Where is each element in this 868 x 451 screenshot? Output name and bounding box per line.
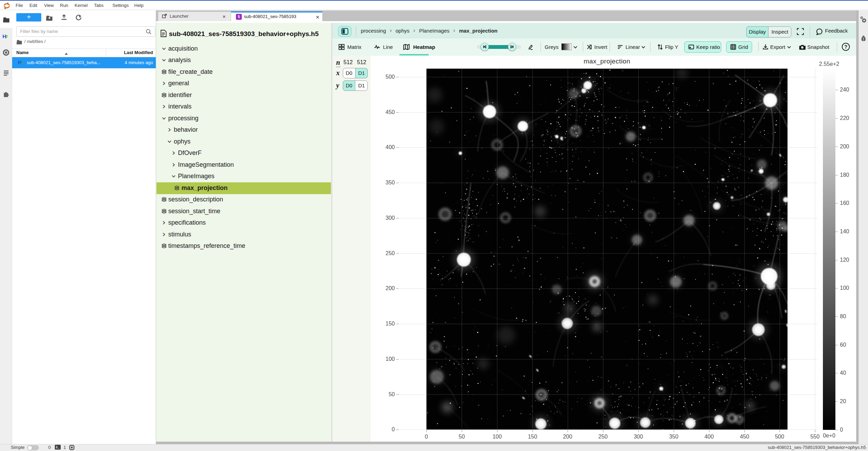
svg-text:F: F <box>5 34 8 39</box>
svg-text:?: ? <box>844 44 847 50</box>
svg-text:$_: $_ <box>56 445 60 449</box>
svg-text:F: F <box>21 61 23 65</box>
